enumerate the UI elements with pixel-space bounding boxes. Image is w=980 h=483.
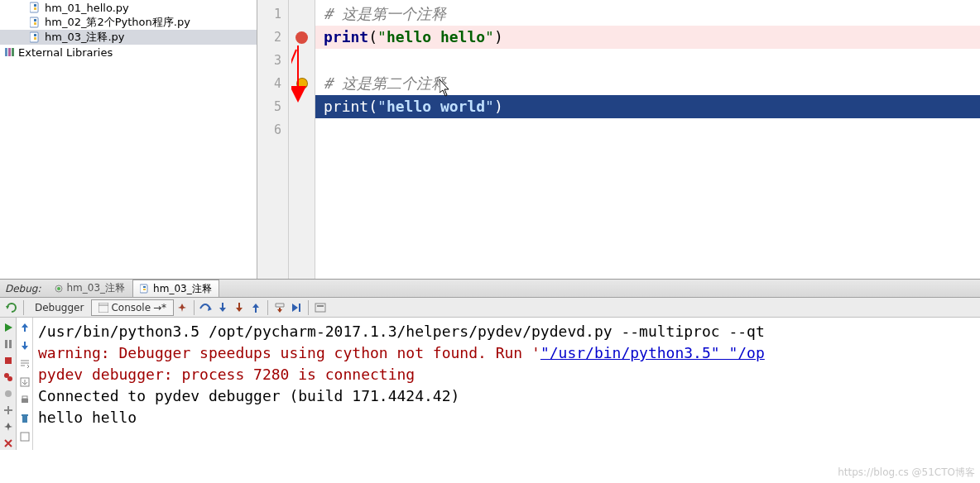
svg-rect-26 [21,433,29,441]
code-line-2[interactable]: print("hello hello") [315,26,980,49]
force-step-into-icon[interactable] [233,299,246,316]
breakpoint-gutter[interactable] [289,0,315,279]
external-libraries-label: External Libraries [18,46,113,59]
mute-breakpoints-icon[interactable] [2,387,15,400]
line-number: 1 [257,2,288,26]
svg-rect-13 [5,340,7,348]
code-line-6[interactable] [315,118,980,141]
step-over-icon[interactable] [199,299,213,316]
resume-icon[interactable] [2,321,15,334]
step-out-icon[interactable] [249,299,262,316]
left-tool-column [0,318,17,450]
svg-rect-23 [22,396,27,399]
project-file-tree: hm_01_hello.py hm_02_第2个Python程序.py hm_0… [0,0,257,279]
print-icon[interactable] [18,394,31,407]
python-file-icon [30,2,41,13]
svg-point-7 [57,287,60,290]
scroll-end-icon[interactable] [18,375,31,389]
svg-rect-15 [5,357,12,364]
debug-tab-1[interactable]: hm_03_注释 [46,280,133,297]
pin-icon[interactable] [174,299,190,316]
external-libraries[interactable]: External Libraries [0,45,257,60]
svg-rect-9 [98,303,108,313]
svg-point-18 [5,390,12,397]
code-line-1[interactable]: # 这是第一个注释 [315,2,980,26]
bp-cell-2[interactable] [289,26,315,49]
line-number: 2 [257,26,288,49]
console-line: /usr/bin/python3.5 /opt/pycharm-2017.1.3… [38,321,980,342]
bp-cell-6[interactable] [289,118,315,141]
debug-tab-2[interactable]: hm_03_注释 [132,280,219,297]
svg-point-17 [7,376,12,381]
bp-cell-3[interactable] [289,49,315,72]
console-nav-column [17,318,33,450]
code-line-4[interactable]: # 这是第二个注释 [315,72,980,95]
step-into-icon[interactable] [216,299,229,316]
debug-panel: Debug: hm_03_注释 hm_03_注释 Debugger Consol… [0,279,980,450]
code-area[interactable]: # 这是第一个注释 print("hello hello") # 这是第二个注释… [315,0,980,279]
debugger-tab[interactable]: Debugger [27,299,91,316]
debug-label: Debug: [0,280,46,297]
library-icon [3,46,15,58]
line-number: 4 [257,72,288,95]
execution-point-icon [297,79,307,88]
svg-rect-14 [9,340,12,348]
file-hm-02-second[interactable]: hm_02_第2个Python程序.py [0,15,257,30]
view-breakpoints-icon[interactable] [2,371,15,384]
pause-icon[interactable] [2,337,15,351]
python-file-icon [30,31,41,43]
python-file-icon [30,17,41,28]
code-line-3[interactable] [315,49,980,72]
svg-rect-24 [22,416,27,423]
pin-tab-icon[interactable] [2,420,15,433]
line-number: 6 [257,118,288,141]
svg-rect-5 [12,48,14,56]
up-arrow-icon[interactable] [18,321,31,334]
clear-all-icon[interactable] [18,412,31,425]
file-label: hm_01_hello.py [45,2,129,14]
svg-rect-20 [4,409,12,411]
run-to-cursor-icon[interactable] [290,299,303,316]
restore-layout-icon[interactable] [5,299,18,316]
bp-cell-5[interactable] [289,95,315,118]
file-label: hm_02_第2个Python程序.py [45,15,190,30]
line-number-gutter: 1 2 3 4 5 6 [257,0,289,279]
bp-cell-1[interactable] [289,2,315,26]
file-hm-01-hello[interactable]: hm_01_hello.py [0,0,257,15]
console-output[interactable]: /usr/bin/python3.5 /opt/pycharm-2017.1.3… [33,318,980,450]
drop-frame-icon[interactable] [273,299,286,316]
close-icon[interactable] [2,437,15,450]
stop-icon[interactable] [2,354,15,367]
line-number: 3 [257,49,288,72]
show-python-prompt-icon[interactable] [18,430,31,443]
bp-cell-4[interactable] [289,72,315,95]
soft-wrap-icon[interactable] [18,357,31,371]
down-arrow-icon[interactable] [18,339,31,352]
svg-rect-3 [5,48,7,56]
line-number: 5 [257,95,288,118]
evaluate-expression-icon[interactable] [314,299,327,316]
debug-toolbar: Debugger Console →* [0,298,980,318]
file-hm-03-comments[interactable]: hm_03_注释.py [0,30,257,45]
svg-rect-4 [8,48,11,56]
watermark: https://blog.cs @51CTO博客 [838,466,975,480]
console-tab[interactable]: Console →* [91,299,174,316]
console-line: warning: Debugger speedups using cython … [38,342,980,364]
svg-rect-11 [315,304,325,312]
svg-rect-25 [22,414,28,416]
console-line: Connected to pydev debugger (build 171.4… [38,385,980,407]
code-line-5[interactable]: print("hello world") [315,95,980,118]
console-line: pydev debugger: process 7280 is connecti… [38,364,980,385]
code-editor[interactable]: 1 2 3 4 5 6 # 这是第一个注释 print("hello hello… [257,0,980,279]
settings-icon[interactable] [2,404,15,417]
console-line: hello hello [38,407,980,428]
file-label: hm_03_注释.py [45,30,125,45]
breakpoint-icon[interactable] [295,31,308,44]
svg-rect-22 [22,399,28,403]
svg-rect-12 [317,305,324,307]
svg-rect-10 [299,304,300,312]
debug-tabbar: Debug: hm_03_注释 hm_03_注释 [0,280,980,298]
